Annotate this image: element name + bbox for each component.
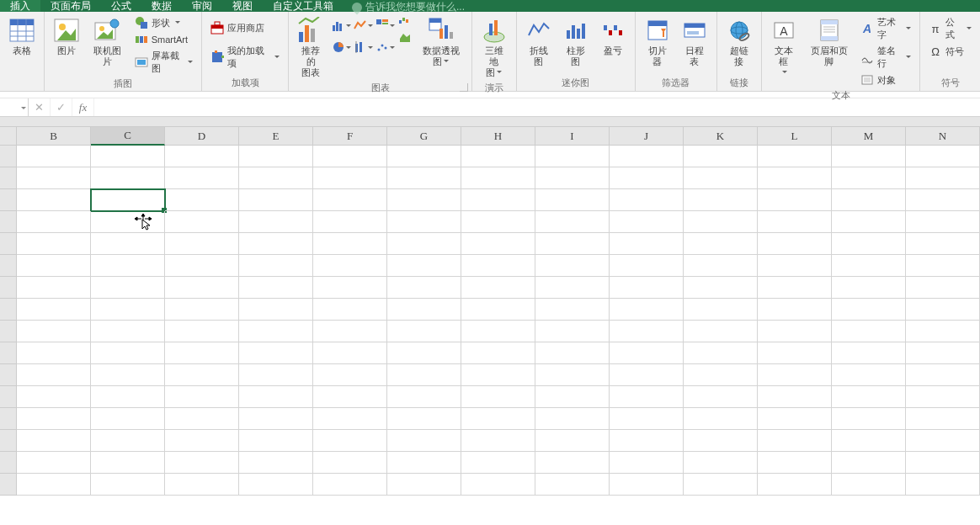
cell[interactable] [684, 408, 758, 430]
tab-page-layout[interactable]: 页面布局 [40, 0, 101, 12]
cell[interactable] [461, 189, 535, 211]
cell[interactable] [610, 321, 684, 342]
cell[interactable] [387, 430, 461, 452]
cell[interactable] [906, 167, 980, 189]
cell[interactable] [535, 146, 610, 167]
cell[interactable] [387, 146, 461, 167]
tab-review[interactable]: 审阅 [182, 0, 222, 12]
row-header[interactable] [0, 277, 17, 299]
cell[interactable] [313, 474, 387, 496]
cell[interactable] [239, 211, 313, 233]
cell[interactable] [832, 342, 906, 364]
pivot-chart-button[interactable]: 数据透视图 [415, 15, 466, 69]
tab-insert[interactable]: 插入 [0, 0, 40, 12]
cell[interactable] [91, 408, 165, 430]
cell[interactable] [684, 386, 758, 408]
cell[interactable] [906, 299, 980, 321]
cell[interactable] [906, 146, 980, 167]
column-header-F[interactable]: F [313, 127, 387, 146]
cell[interactable] [906, 233, 980, 255]
cell[interactable] [758, 321, 832, 342]
cell[interactable] [832, 430, 906, 452]
cell[interactable] [610, 364, 684, 386]
cell[interactable] [239, 386, 313, 408]
cell[interactable] [535, 452, 610, 474]
cell[interactable] [610, 211, 684, 233]
cell[interactable] [387, 189, 461, 211]
cell[interactable] [535, 408, 610, 430]
cell[interactable] [461, 452, 535, 474]
pictures-button[interactable]: 图片 [50, 15, 83, 58]
row-header[interactable] [0, 386, 17, 408]
cell[interactable] [832, 255, 906, 277]
cell[interactable] [239, 408, 313, 430]
cell[interactable] [832, 364, 906, 386]
screenshot-button[interactable]: 屏幕截图 [131, 49, 197, 76]
cell[interactable] [387, 277, 461, 299]
cell[interactable] [165, 452, 239, 474]
cell[interactable] [17, 474, 91, 496]
cell[interactable] [906, 211, 980, 233]
insert-pie-chart-button[interactable] [331, 37, 351, 57]
cell[interactable] [239, 364, 313, 386]
cell[interactable] [91, 211, 165, 233]
cell[interactable] [461, 321, 535, 342]
cell[interactable] [461, 233, 535, 255]
signature-button[interactable]: 签名行 [857, 44, 914, 71]
cell[interactable] [832, 146, 906, 167]
textbox-button[interactable]: A 文本框 [767, 15, 801, 80]
cell[interactable] [165, 321, 239, 342]
cell[interactable] [610, 299, 684, 321]
cell[interactable] [461, 167, 535, 189]
cell[interactable] [313, 430, 387, 452]
cell[interactable] [91, 167, 165, 189]
row-header[interactable] [0, 211, 17, 233]
cell[interactable] [758, 211, 832, 233]
cell[interactable] [165, 364, 239, 386]
cell[interactable] [610, 233, 684, 255]
cell[interactable] [906, 342, 980, 364]
column-header-M[interactable]: M [832, 127, 906, 146]
cell[interactable] [832, 211, 906, 233]
row-header[interactable] [0, 430, 17, 452]
cell[interactable] [91, 189, 165, 211]
cell[interactable] [387, 386, 461, 408]
cell[interactable] [535, 211, 610, 233]
wordart-button[interactable]: A 艺术字 [857, 15, 914, 42]
cell[interactable] [17, 408, 91, 430]
cell[interactable] [610, 255, 684, 277]
cell[interactable] [906, 364, 980, 386]
cell[interactable] [239, 167, 313, 189]
cell[interactable] [758, 299, 832, 321]
cell[interactable] [461, 277, 535, 299]
cell[interactable] [239, 474, 313, 496]
cell[interactable] [684, 474, 758, 496]
cell[interactable] [313, 299, 387, 321]
cell[interactable] [165, 277, 239, 299]
cell[interactable] [535, 386, 610, 408]
hyperlink-button[interactable]: 超链接 [722, 15, 756, 69]
tab-view[interactable]: 视图 [222, 0, 263, 12]
cell[interactable] [461, 386, 535, 408]
select-all-corner[interactable] [0, 127, 17, 146]
3d-map-button[interactable]: 三维地 图 [477, 15, 511, 80]
cell[interactable] [758, 474, 832, 496]
smartart-button[interactable]: SmartArt [131, 32, 197, 47]
online-pictures-button[interactable]: 联机图片 [87, 15, 128, 69]
cell[interactable] [313, 167, 387, 189]
cell[interactable] [832, 277, 906, 299]
cell[interactable] [461, 430, 535, 452]
cell[interactable] [17, 255, 91, 277]
cell[interactable] [535, 277, 610, 299]
column-header-C[interactable]: C [91, 127, 165, 146]
column-header-J[interactable]: J [610, 127, 684, 146]
equation-button[interactable]: π 公式 [925, 15, 975, 42]
insert-surface-chart-button[interactable] [398, 30, 412, 44]
cell[interactable] [832, 167, 906, 189]
cell[interactable] [313, 211, 387, 233]
cell[interactable] [387, 364, 461, 386]
cell[interactable] [17, 211, 91, 233]
column-header-H[interactable]: H [461, 127, 535, 146]
cell[interactable] [535, 364, 610, 386]
cell[interactable] [17, 233, 91, 255]
